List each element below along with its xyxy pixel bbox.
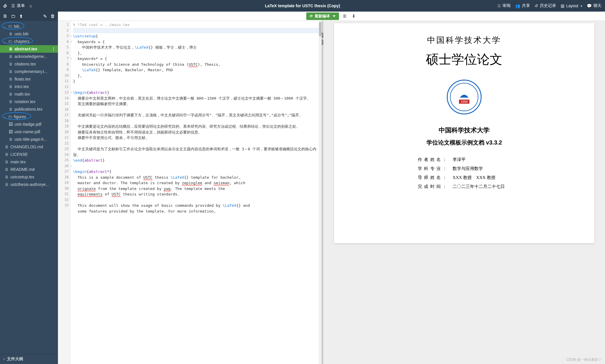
people-icon: 👥 (515, 3, 520, 8)
code-line[interactable]: 关键词另起一行并隔行排列于摘要下方，左顶格，中文关键词间空一字或用分号"、"隔开… (73, 112, 319, 118)
code-line[interactable]: equirements of USTC thesis writing stand… (73, 191, 319, 197)
code-line[interactable]: \begin{abstract*} (73, 169, 319, 175)
file-publications-tex[interactable]: 🗎publications.tex (0, 105, 58, 113)
code-line[interactable]: master and doctor. The template is creat… (73, 180, 319, 186)
code-line[interactable] (73, 141, 319, 147)
file-ustcsetup-tex[interactable]: 🗎ustcsetup.tex (0, 173, 58, 181)
code-line[interactable]: 中国科学技术大学，学位论文，\LaTeX{} 模板，学士，硕士，博士 (73, 45, 319, 50)
code-line[interactable]: }, (73, 50, 319, 56)
file-icon: 🗎 (9, 137, 13, 142)
history-icon: ↺ (535, 3, 538, 8)
subtitle-2: 学位论文模板示例文档 v3.3.2 (349, 139, 580, 147)
file-floats-tex[interactable]: 🗎floats.tex (0, 75, 58, 83)
file-ustc-bib[interactable]: 🗎ustc.bib (0, 30, 58, 38)
file-citations-tex[interactable]: 🗎citations.tex (0, 60, 58, 68)
chat-button[interactable]: 💬聊天 (587, 3, 602, 8)
code-area[interactable]: % !TeX root = ../main.tex \ustcsetup{ ke… (71, 21, 322, 364)
download-icon[interactable]: ⬇ (351, 12, 357, 20)
chevron-down-icon[interactable] (333, 15, 336, 17)
project-title: LaTeX template for USTC thesis (Copy) (265, 3, 340, 8)
file-outline-toggle[interactable]: › 文件大纲 (0, 354, 58, 364)
trash-icon[interactable]: 🗑 (50, 14, 55, 19)
code-line[interactable]: 摘要中不宜使用公式、图表，不引用文献。 (73, 135, 319, 141)
folder-bib[interactable]: ⌄🗀bib (0, 23, 58, 30)
menu-button[interactable]: ☰ 菜单 (11, 3, 25, 8)
folder-icon: 🗀 (8, 39, 12, 44)
more-icon[interactable]: ⋮ (52, 47, 56, 51)
edit-icon[interactable]: ✎ (43, 14, 47, 19)
file-CHANGELOG-md[interactable]: 🗎CHANGELOG.md (0, 143, 58, 151)
new-file-icon[interactable]: 🗎 (3, 14, 8, 19)
code-line[interactable]: \end{abstract} (73, 158, 319, 163)
code-line[interactable]: keywords = { (73, 39, 319, 45)
recompile-button[interactable]: ⟳ 重新编译 (306, 12, 339, 20)
file-ustc-badge-pdf[interactable]: 🖼ustc-badge.pdf (0, 120, 58, 128)
code-line[interactable] (73, 28, 319, 34)
code-line[interactable]: \begin{abstract} (73, 90, 319, 96)
code-line[interactable]: some features provided by the template. … (73, 208, 319, 214)
layout-button[interactable]: ▥Layout▾ (561, 3, 582, 8)
toolbar-row: 🗎 🗀 ⬆ ✎ 🗑 ⟳ 重新编译 🗎 ⬇ (0, 12, 605, 21)
review-button[interactable]: ✎⃝审阅 (498, 3, 511, 8)
code-line[interactable] (73, 107, 319, 113)
layout-icon: ▥ (561, 3, 564, 8)
file-intro-tex[interactable]: 🗎intro.tex (0, 83, 58, 90)
code-line[interactable]: 中文关键词是为了文献标引工作从论文中选取出来用以表示全文主题内容信息的单词和术语… (73, 146, 319, 158)
logs-icon[interactable]: 🗎 (341, 12, 348, 20)
code-line[interactable]: \ustcsetup{ (73, 33, 319, 39)
share-button[interactable]: 👥共享 (515, 3, 530, 8)
code-editor[interactable]: 1234567891011121314151617181920212223242… (58, 21, 322, 364)
file-icon: 🗎 (5, 182, 9, 187)
file-tree[interactable]: ⌄🗀bib🗎ustc.bib⌄🗀chapters🗎abstract.tex⋮🗎a… (0, 21, 58, 354)
new-folder-icon[interactable]: 🗀 (11, 14, 16, 19)
title-page-info: 作者姓名：李泽平 学科专业：数学与应用数学 导师姓名：XXX 教授 XXX 教授… (418, 157, 511, 189)
file-acknowledgeme-[interactable]: 🗎acknowledgeme... (0, 53, 58, 60)
file-math-tex[interactable]: 🗎math.tex (0, 90, 58, 98)
code-line[interactable] (73, 118, 319, 124)
thesis-big-title: 硕士学位论文 (349, 51, 580, 68)
code-line[interactable] (73, 84, 319, 90)
file-notation-tex[interactable]: 🗎notation.tex (0, 98, 58, 105)
file-tree-sidebar: ⌄🗀bib🗎ustc.bib⌄🗀chapters🗎abstract.tex⋮🗎a… (0, 21, 58, 364)
file-complementary-t-[interactable]: 🗎complementary.t... (0, 68, 58, 75)
code-line[interactable]: 摘要分中文和英文两种，中文在前，英文在后，博士论文中文摘要一般 800～1500… (73, 96, 319, 101)
ustc-badge-icon: 1958 (447, 80, 482, 114)
code-line[interactable] (73, 163, 319, 169)
overleaf-logo-icon[interactable]: ό (3, 3, 7, 9)
file-abstract-tex[interactable]: 🗎abstract.tex⋮ (0, 45, 58, 53)
file-README-md[interactable]: 🗎README.md (0, 166, 58, 173)
folder-chapters[interactable]: ⌄🗀chapters (0, 38, 58, 45)
code-line[interactable]: 中文摘要是论文内容的总结概括，应简要说明论文的研究目的、基本研究内容、研究方法或… (73, 124, 319, 129)
file-ustc-title-page-h-[interactable]: 🗎ustc-title-page-h... (0, 136, 58, 143)
file-icon: 🖼 (9, 129, 13, 134)
editor-scrollbar[interactable] (319, 21, 322, 364)
code-line[interactable]: % !TeX root = ../main.tex (73, 22, 319, 28)
hamburger-icon: ☰ (11, 3, 15, 8)
file-icon: 🗎 (9, 69, 13, 74)
code-line[interactable]: This document will show the usage of bas… (73, 203, 319, 208)
code-line[interactable]: 摘要应具有独立性和自明性，即不用阅读全文，就能获得论文必要的信息。 (73, 129, 319, 135)
home-button[interactable]: ⌂ (30, 3, 32, 8)
file-ustcthesis-authorye-[interactable]: 🗎ustcthesis-authorye... (0, 181, 58, 188)
upload-icon[interactable]: ⬆ (19, 14, 23, 19)
history-button[interactable]: ↺历史记录 (535, 3, 556, 8)
file-toolbar: 🗎 🗀 ⬆ ✎ 🗑 (0, 12, 58, 21)
code-line[interactable]: University of Science and Technology of … (73, 62, 319, 67)
code-line[interactable] (73, 197, 319, 203)
file-LICENSE[interactable]: 🗎LICENSE (0, 151, 58, 158)
file-icon: 🗎 (9, 92, 13, 96)
code-line[interactable]: 英文摘要的篇幅参照中文摘要。 (73, 101, 319, 107)
home-icon: ⌂ (30, 3, 32, 8)
file-icon: 🗎 (5, 175, 9, 179)
code-line[interactable]: orignate from the template created by yw… (73, 186, 319, 192)
code-line[interactable]: This is a sample document of USTC thesis… (73, 175, 319, 180)
code-line[interactable]: }, (73, 73, 319, 79)
folder-figures[interactable]: ⌄🗀figures (0, 113, 58, 120)
code-line[interactable]: keywords* = { (73, 56, 319, 62)
code-line[interactable]: \LaTeX{} Template, Bachelor, Master, PhD (73, 67, 319, 73)
file-main-tex[interactable]: 🗎main.tex (0, 158, 58, 166)
pdf-preview[interactable]: 中国科学技术大学 硕士学位论文 1958 中国科学技术大学 学位论文模板示例文档… (323, 21, 605, 364)
file-ustc-name-pdf[interactable]: 🖼ustc-name.pdf (0, 128, 58, 136)
code-line[interactable]: } (73, 78, 319, 84)
file-icon: 🖼 (9, 122, 13, 127)
